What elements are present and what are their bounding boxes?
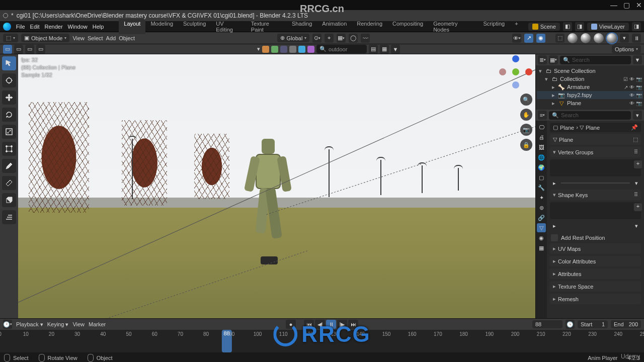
vg-assign[interactable]: ▸ [550, 178, 559, 188]
timeline-marker-menu[interactable]: Marker [89, 321, 106, 327]
tool-select-box[interactable] [2, 56, 16, 70]
tab-animation[interactable]: Animation [317, 19, 352, 34]
axis-x-icon[interactable] [525, 68, 532, 75]
props-breadcrumb[interactable]: ▢ Plane › ▽ Plane 📌 [550, 123, 641, 132]
timeline-keying-menu[interactable]: Keying ▾ [47, 321, 69, 328]
tab-compositing[interactable]: Compositing [387, 19, 428, 34]
viewport-menu-select[interactable]: Select [88, 35, 103, 41]
viewport-3d[interactable]: fps: 32 (88) Collection | Plane Sample 1… [18, 54, 535, 318]
outliner-item-plane[interactable]: ▸▽Plane 👁 📷 [537, 99, 643, 107]
outliner-item-fspy[interactable]: ▸📷fspy2.fspy 👁 📷 [537, 91, 643, 99]
section-shape-keys[interactable]: ▾Shape Keys⠿ [550, 190, 641, 200]
blender-icon[interactable] [3, 23, 11, 31]
menu-file[interactable]: File [16, 24, 25, 30]
tab-layout[interactable]: Layout [119, 19, 145, 34]
visibility-selector[interactable]: 👁▾ [512, 34, 521, 43]
section-remesh[interactable]: ▸Remesh [550, 294, 641, 304]
menu-window[interactable]: Window [68, 24, 88, 30]
prop-tab-scene[interactable]: 🌐 [537, 153, 546, 162]
editor-type-selector[interactable]: ⬚▾ [3, 34, 18, 42]
tab-add-workspace[interactable]: + [510, 19, 523, 34]
timeline-playback-menu[interactable]: Playback ▾ [16, 321, 43, 328]
prop-tab-particles[interactable]: ✦ [537, 193, 546, 202]
asset-cat-5[interactable] [298, 46, 305, 53]
asset-filter[interactable]: ▼ [391, 45, 400, 54]
data-name-field[interactable]: ▽ Plane⬚ [550, 134, 641, 145]
shading-wire[interactable] [568, 33, 578, 43]
start-frame-field[interactable]: Start1 [578, 320, 608, 328]
tab-modeling[interactable]: Modeling [145, 19, 178, 34]
tool-measure[interactable] [2, 176, 16, 190]
proportional-toggle[interactable]: ◯ [349, 34, 358, 43]
add-vertex-group-button[interactable]: + [634, 160, 642, 168]
outliner-scene-collection[interactable]: ▾🗀Scene Collection [537, 67, 643, 75]
props-options[interactable]: ▾ [633, 111, 642, 120]
select-mode-1[interactable]: ▭ [3, 45, 12, 54]
viewlayer-new-button[interactable]: ◨ [632, 22, 641, 31]
prop-tab-output[interactable]: 🖨 [537, 133, 546, 142]
asset-cat-2[interactable] [271, 46, 278, 53]
select-mode-3[interactable]: ▭ [25, 45, 34, 54]
asset-cat-1[interactable] [262, 46, 269, 53]
tool-shear[interactable] [2, 210, 16, 224]
minimize-icon[interactable]: — [610, 1, 617, 9]
tab-shading[interactable]: Shading [287, 19, 317, 34]
add-shape-key-button[interactable]: + [634, 203, 642, 211]
xray-toggle[interactable]: ⬚ [555, 34, 565, 43]
timeline-view-menu[interactable]: View [72, 321, 85, 327]
select-mode-4[interactable]: ▭ [36, 45, 45, 54]
proportional-selector[interactable]: 〰 [361, 34, 370, 43]
maximize-icon[interactable]: ▢ [623, 1, 630, 9]
asset-cat-3[interactable] [280, 46, 287, 53]
axis-y-icon[interactable] [512, 68, 519, 75]
scene-selector[interactable]: Scene [528, 23, 560, 31]
tool-annotate[interactable] [2, 159, 16, 173]
orientation-selector[interactable]: ⊕ Global▾ [277, 34, 310, 42]
tool-scale[interactable] [2, 125, 16, 139]
props-type-selector[interactable]: ≡▾ [538, 111, 547, 120]
pivot-selector[interactable]: ⊙▾ [312, 34, 321, 43]
tool-cursor[interactable] [2, 73, 16, 87]
end-frame-field[interactable]: End200 [611, 320, 641, 328]
shading-options[interactable]: ▾ [620, 34, 629, 43]
viewport-menu-view[interactable]: View [72, 35, 85, 41]
close-icon[interactable]: ✕ [636, 1, 642, 9]
prop-tab-material[interactable]: ◉ [537, 233, 546, 242]
tool-move[interactable] [2, 90, 16, 105]
shading-rendered[interactable] [607, 33, 617, 43]
pan-button[interactable]: ✋ [520, 109, 532, 121]
outliner-type-selector[interactable]: ≣▾ [538, 55, 547, 64]
shape-keys-list[interactable]: + [550, 202, 641, 219]
prop-tab-object[interactable]: ▢ [537, 173, 546, 182]
tab-geometry-nodes[interactable]: Geometry Nodes [428, 19, 478, 34]
shading-matprev[interactable] [594, 33, 604, 43]
use-preview-range[interactable]: 🕓 [566, 320, 575, 329]
section-color-attrs[interactable]: ▸Color Attributes [550, 256, 641, 266]
outliner-filter[interactable]: ▼ [633, 55, 642, 64]
tab-texture-paint[interactable]: Texture Paint [246, 19, 287, 34]
outliner-collection[interactable]: ▾🗀Collection ☑ 👁 📷 [537, 75, 643, 83]
asset-cat-4[interactable] [289, 46, 296, 53]
current-frame-field[interactable]: 88 [532, 320, 562, 328]
add-rest-position-check[interactable]: Add Rest Position [550, 232, 641, 243]
section-vertex-groups[interactable]: ▾Vertex Groups⠿ [550, 147, 641, 157]
sk-play[interactable]: ▸ [550, 221, 559, 230]
prop-tab-render[interactable]: 🖵 [537, 123, 546, 132]
overlay-toggle[interactable]: ◉ [536, 34, 545, 43]
prop-tab-view[interactable]: 🖼 [537, 143, 546, 152]
outliner-item-armature[interactable]: ▸🦴Armature ↗ 👁 📷 [537, 83, 643, 91]
section-uvmaps[interactable]: ▸UV Maps [550, 243, 641, 254]
asset-display-1[interactable]: ▤ [369, 45, 378, 54]
vertex-groups-list[interactable]: + [550, 159, 641, 176]
section-attributes[interactable]: ▸Attributes [550, 268, 641, 279]
prop-tab-world[interactable]: 🌍 [537, 163, 546, 172]
menu-edit[interactable]: Edit [30, 24, 40, 30]
prop-tab-constraint[interactable]: 🔗 [537, 213, 546, 222]
viewport-menu-object[interactable]: Object [119, 35, 135, 41]
prop-tab-physics[interactable]: ⊚ [537, 203, 546, 212]
asset-search[interactable]: 🔍 outdoor [316, 45, 367, 53]
app-close-dot[interactable] [3, 13, 8, 18]
menu-render[interactable]: Render [45, 24, 63, 30]
perspective-button[interactable]: 🔒 [520, 139, 532, 151]
camera-button[interactable]: 📷 [520, 124, 532, 136]
